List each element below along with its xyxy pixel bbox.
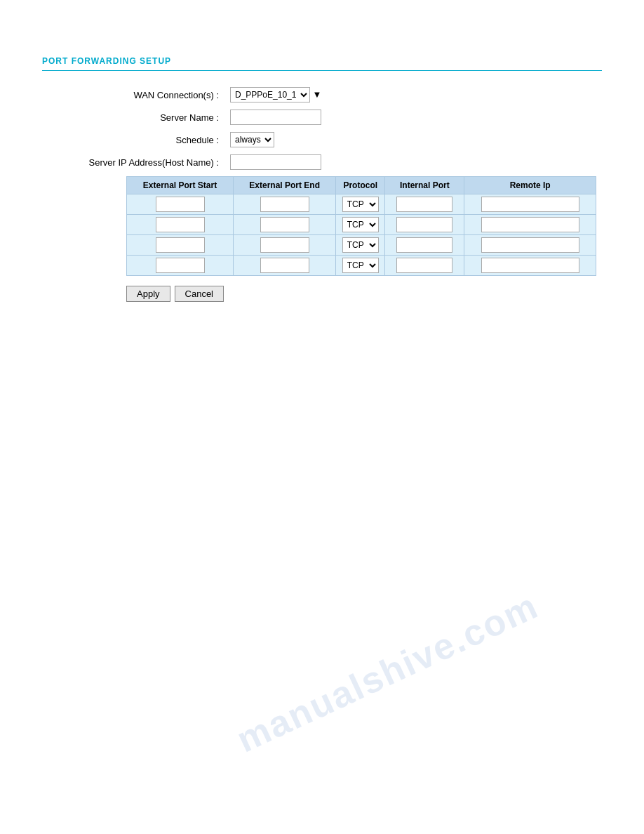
col-protocol: Protocol [336,177,385,194]
ext-end-input[interactable] [260,217,309,232]
ext-end-cell [234,194,336,215]
ext-end-input[interactable] [260,237,309,253]
internal-port-input[interactable] [396,197,452,212]
server-ip-input[interactable]: 192.168.1. [230,154,321,170]
internal-port-input[interactable] [396,237,452,253]
protocol-select[interactable]: TCPUDP [342,217,379,232]
schedule-cell: always [224,128,602,151]
col-ext-end: External Port End [234,177,336,194]
remote-ip-input[interactable] [481,217,579,232]
protocol-cell: TCPUDP [336,256,385,276]
ext-end-input[interactable] [260,258,309,273]
protocol-cell: TCPUDP [336,194,385,215]
server-ip-cell: 192.168.1. [224,151,602,173]
internal-port-cell [385,194,464,215]
apply-button[interactable]: Apply [126,286,170,302]
remote-ip-input[interactable] [481,258,579,273]
ext-start-cell [127,235,234,256]
protocol-select[interactable]: TCPUDP [342,197,379,212]
remote-ip-cell [464,256,596,276]
table-row: TCPUDP [127,194,596,215]
server-name-input[interactable] [230,110,321,125]
form-table: WAN Connection(s) : D_PPPoE_10_1 ▼ Serve… [42,84,602,173]
schedule-label: Schedule : [42,128,224,151]
protocol-cell: TCPUDP [336,235,385,256]
watermark: manualshive.com [230,584,544,760]
wan-connection-label: WAN Connection(s) : [42,84,224,106]
server-name-label: Server Name : [42,106,224,128]
internal-port-input[interactable] [396,258,452,273]
ext-end-cell [234,215,336,235]
ext-start-input[interactable] [156,197,205,212]
server-ip-label: Server IP Address(Host Name) : [42,151,224,173]
remote-ip-cell [464,194,596,215]
wan-connection-cell: D_PPPoE_10_1 ▼ [224,84,602,106]
internal-port-cell [385,256,464,276]
remote-ip-input[interactable] [481,237,579,253]
col-ext-start: External Port Start [127,177,234,194]
ext-end-cell [234,235,336,256]
port-table: External Port Start External Port End Pr… [126,176,596,276]
internal-port-input[interactable] [396,217,452,232]
remote-ip-cell [464,215,596,235]
ext-start-cell [127,194,234,215]
wan-connection-select[interactable]: D_PPPoE_10_1 [230,87,310,102]
table-row: TCPUDP [127,256,596,276]
internal-port-cell [385,215,464,235]
table-row: TCPUDP [127,215,596,235]
ext-start-input[interactable] [156,237,205,253]
ext-start-input[interactable] [156,258,205,273]
protocol-select[interactable]: TCPUDP [342,258,379,273]
ext-start-input[interactable] [156,217,205,232]
schedule-select[interactable]: always [230,132,274,147]
protocol-cell: TCPUDP [336,215,385,235]
section-title: PORT FORWARDING SETUP [42,56,602,71]
ext-end-cell [234,256,336,276]
page-wrapper: PORT FORWARDING SETUP WAN Connection(s) … [0,0,644,834]
remote-ip-input[interactable] [481,197,579,212]
ext-start-cell [127,215,234,235]
ext-end-input[interactable] [260,197,309,212]
buttons-row: Apply Cancel [126,286,602,302]
ext-start-cell [127,256,234,276]
internal-port-cell [385,235,464,256]
server-name-cell [224,106,602,128]
table-row: TCPUDP [127,235,596,256]
col-internal-port: Internal Port [385,177,464,194]
protocol-select[interactable]: TCPUDP [342,237,379,253]
remote-ip-cell [464,235,596,256]
cancel-button[interactable]: Cancel [175,286,224,302]
col-remote-ip: Remote Ip [464,177,596,194]
